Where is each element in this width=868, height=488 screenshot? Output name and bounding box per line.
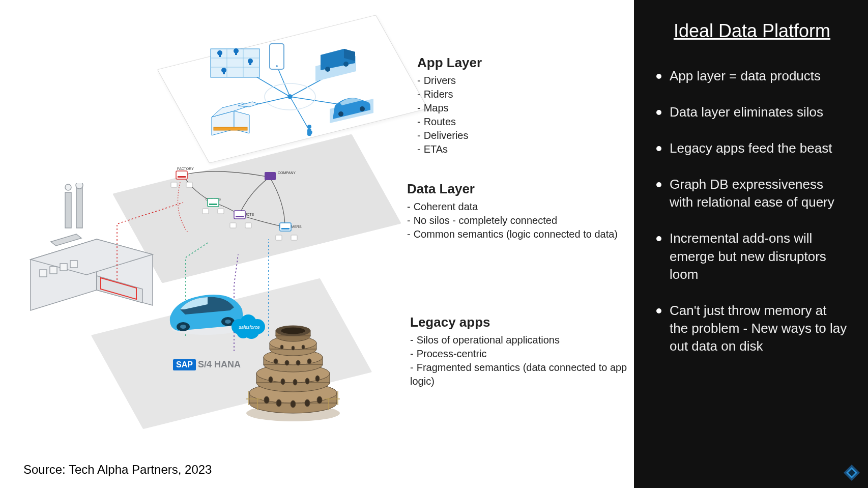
data-layer-items: -Coherent data-No silos - completely con…	[407, 200, 618, 241]
svg-point-111	[315, 376, 320, 382]
data-layer-label: Data Layer -Coherent data-No silos - com…	[407, 181, 618, 241]
svg-rect-10	[60, 264, 67, 271]
svg-rect-11	[70, 261, 77, 268]
svg-rect-38	[235, 51, 237, 55]
svg-point-3	[76, 183, 83, 189]
sidebar-panel: Ideal Data Platform App layer = data pro…	[634, 0, 868, 488]
svg-point-112	[274, 359, 278, 364]
svg-point-51	[307, 125, 311, 129]
sidebar-bullets: App layer = data products Data layer eli…	[656, 67, 848, 355]
svg-point-104	[291, 400, 296, 408]
svg-point-50	[360, 106, 365, 111]
svg-point-2	[65, 184, 71, 190]
tower-icon	[242, 303, 344, 425]
svg-rect-0	[65, 192, 71, 228]
svg-rect-42	[223, 70, 225, 74]
svg-point-101	[281, 327, 305, 334]
svg-point-117	[292, 346, 295, 350]
map-icon	[211, 48, 259, 77]
svg-point-107	[269, 377, 273, 383]
bullet-item: App layer = data products	[656, 67, 848, 85]
svg-rect-9	[50, 267, 57, 274]
svg-rect-52	[307, 129, 311, 136]
svg-point-118	[302, 345, 305, 349]
phone-icon	[270, 44, 284, 69]
svg-point-115	[307, 359, 311, 364]
svg-point-47	[343, 62, 349, 67]
sap-product: S/4 HANA	[198, 359, 241, 369]
legacy-layer-label: Legacy apps -Silos of operational applic…	[410, 314, 629, 388]
svg-point-110	[305, 378, 309, 384]
graph-label: FACTORY	[177, 167, 194, 170]
svg-point-109	[293, 379, 297, 385]
svg-point-46	[325, 67, 330, 72]
diagram-panel: FACTORY COMPANY ORDERS PRODUCTS CUSTOMER…	[0, 0, 634, 488]
app-layer-items: -Drivers-Riders-Maps-Routes-Deliveries-E…	[417, 74, 482, 156]
app-layer-art	[193, 31, 407, 148]
svg-point-105	[305, 399, 310, 407]
svg-point-29	[276, 65, 278, 67]
bullet-item: Graph DB expressiveness with relational …	[656, 176, 848, 211]
svg-marker-7	[51, 234, 81, 246]
legacy-layer-items: -Silos of operational applications-Proce…	[410, 333, 629, 388]
legacy-layer-title: Legacy apps	[410, 314, 629, 330]
sap-brand: SAP	[173, 359, 196, 370]
svg-rect-57	[214, 127, 247, 130]
person-icon	[307, 125, 311, 136]
svg-rect-36	[219, 53, 221, 57]
bullet-item: Data layer eliminates silos	[656, 103, 848, 121]
app-layer-label: App Layer -Drivers-Riders-Maps-Routes-De…	[417, 55, 482, 156]
svg-line-20	[290, 97, 310, 132]
svg-rect-40	[249, 61, 251, 65]
svg-point-113	[285, 360, 289, 365]
car-icon	[330, 98, 373, 123]
brand-logo-icon	[843, 464, 861, 482]
data-layer-title: Data Layer	[407, 181, 618, 197]
truck-icon	[315, 49, 356, 81]
bullet-item: Legacy apps feed the beast	[656, 139, 848, 157]
svg-rect-67	[171, 182, 177, 187]
svg-point-78	[180, 325, 186, 329]
svg-point-116	[280, 345, 283, 349]
buildings-icon	[212, 102, 258, 135]
svg-rect-58	[176, 171, 187, 179]
svg-rect-68	[186, 182, 192, 187]
svg-point-106	[317, 396, 322, 404]
svg-point-103	[276, 399, 281, 407]
svg-rect-59	[178, 176, 186, 178]
svg-point-114	[296, 360, 300, 365]
sap-label: SAPS/4 HANA	[173, 359, 241, 370]
graph-label: COMPANY	[278, 171, 296, 175]
svg-point-102	[264, 396, 269, 404]
source-attribution: Source: Tech Alpha Partners, 2023	[23, 463, 212, 477]
bullet-item: Can't just throw memory at the problem -…	[656, 302, 848, 355]
svg-point-108	[281, 379, 285, 385]
bullet-item: Incremental add-ons will emerge but new …	[656, 229, 848, 283]
svg-rect-60	[265, 172, 276, 180]
sidebar-title: Ideal Data Platform	[656, 20, 848, 42]
svg-point-49	[338, 111, 343, 117]
app-layer-title: App Layer	[417, 55, 482, 71]
svg-rect-8	[40, 270, 47, 277]
